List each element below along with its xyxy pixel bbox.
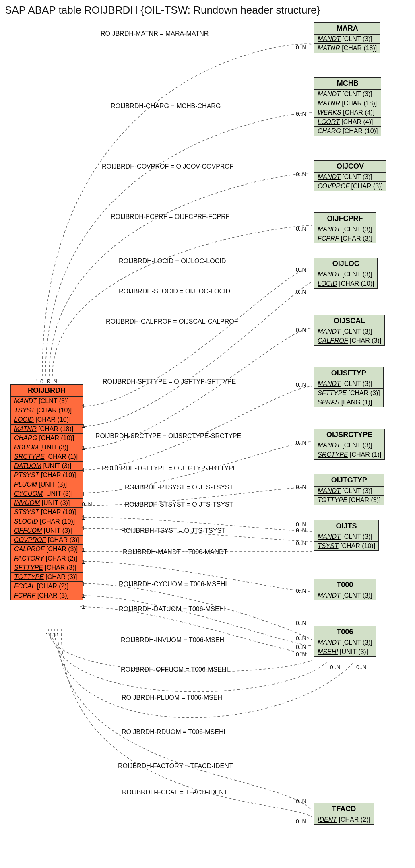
entity-header: OIJTGTYP [314,474,384,487]
cardinality: 1 [82,592,85,599]
field-row: PTSYST [CHAR (10)] [11,471,83,480]
field-row: MATNR [CHAR (18)] [314,44,380,53]
edge-label: ROIJBRDH-MATNR = MARA-MATNR [101,30,209,37]
field-row: SLOCID [CHAR (10)] [11,517,83,526]
field-row: LOCID [CHAR (10)] [314,279,377,288]
field-row: SFTTYPE [CHAR (3)] [314,389,383,398]
entity-mara: MARAMANDT [CLNT (3)]MATNR [CHAR (18)] [314,22,380,53]
field-row: TSYST [CHAR (10)] [11,406,83,415]
field-row: SPRAS [LANG (1)] [314,398,383,407]
entity-oijsrctype: OIJSRCTYPEMANDT [CLNT (3)]SRCTYPE [CHAR … [314,429,385,460]
field-row: MANDT [CLNT (3)] [314,173,386,182]
entity-header: TFACD [314,803,374,815]
cardinality: 0..N [296,644,306,650]
field-row: LGORT [CHAR (4)] [314,118,381,127]
entity-header: ROIJBRDH [11,385,83,397]
edge-label: ROIJBRDH-OFFUOM = T006-MSEHI [121,666,228,673]
entity-header: OIJSFTYP [314,367,383,379]
edge-label: ROIJBRDH-CHARG = MCHB-CHARG [111,103,221,110]
field-row: LOCID [CHAR (10)] [11,415,83,425]
field-row: COVPROF [CHAR (3)] [314,182,386,191]
cardinality: 1 [82,546,85,553]
field-row: MSEHI [UNIT (3)] [314,647,376,656]
entity-mchb: MCHBMANDT [CLNT (3)]MATNR [CHAR (18)]WER… [314,77,381,136]
entity-header: OIJSRCTYPE [314,429,384,441]
field-row: MANDT [CLNT (3)] [314,270,377,279]
field-row: STSYST [CHAR (10)] [11,508,83,517]
field-row: RDUOM [UNIT (3)] [11,443,83,452]
edge-label: ROIJBRDH-MANDT = T000-MANDT [123,548,227,556]
cardinality: 1 [82,525,85,532]
field-row: MANDT [CLNT (3)] [314,441,384,450]
field-row: MANDT [CLNT (3)] [314,638,376,647]
edge-label: ROIJBRDH-COVPROF = OIJCOV-COVPROF [102,163,234,170]
field-row: SRCTYPE [CHAR (1)] [314,450,384,459]
field-row: CALPROF [CHAR (3)] [11,545,83,554]
cardinality: 1 [54,378,58,385]
cardinality: 1 [35,378,39,385]
cardinality: 0..N [296,266,306,273]
field-row: TGTTYPE [CHAR (3)] [314,496,384,505]
field-row: PLUOM [UNIT (3)] [11,480,83,489]
field-row: WERKS [CHAR (4)] [314,108,381,118]
entity-header: T000 [314,579,376,591]
entity-t000: T000MANDT [CLNT (3)] [314,579,376,600]
entity-header: OIJFCPRF [314,213,376,225]
field-row: CHARG [CHAR (10)] [11,434,83,443]
field-row: MANDT [CLNT (3)] [314,532,378,542]
page-title: SAP ABAP table ROIJBRDH {OIL-TSW: Rundow… [5,4,320,16]
edge-label: ROIJBRDH-CALPROF = OIJSCAL-CALPROF [106,318,238,325]
cardinality: 1 [45,632,49,638]
cardinality: 0..N [296,289,306,295]
cardinality: 1 [82,423,85,429]
field-row: FACTORY [CHAR (2)] [11,554,83,563]
edge-label: ROIJBRDH-STSYST = OIJTS-TSYST [125,501,233,508]
cardinality: 0..N [296,171,306,177]
field-row: CYCUOM [UNIT (3)] [11,489,83,499]
field-row: IDENT [CHAR (2)] [314,815,374,824]
cardinality: 0..N [296,651,306,658]
cardinality: 1 [53,632,56,638]
entity-oijfcprf: OIJFCPRFMANDT [CLNT (3)]FCPRF [CHAR (3)] [314,212,376,243]
cardinality: 1 [82,403,85,410]
cardinality: 1 [82,491,85,497]
edge-label: ROIJBRDH-SRCTYPE = OIJSRCTYPE-SRCTYPE [95,433,241,440]
field-row: MATNR [CHAR (18)] [314,99,381,108]
entity-header: MARA [314,23,380,35]
edge-label: ROIJBRDH-FACTORY = TFACD-IDENT [118,763,233,770]
cardinality: 0..N [296,44,306,51]
cardinality: 0..N [296,635,306,641]
edge-label: ROIJBRDH-SFTTYPE = OIJSFTYP-SFTTYPE [103,378,236,386]
cardinality: 0..N [296,111,306,117]
cardinality: 0..N [296,381,306,388]
entity-oijtgtyp: OIJTGTYPMANDT [CLNT (3)]TGTTYPE [CHAR (3… [314,474,384,505]
edge-label: ROIJBRDH-CYCUOM = T006-MSEHI [119,581,227,588]
field-row: TSYST [CHAR (10)] [314,542,378,550]
entity-oijsftyp: OIJSFTYPMANDT [CLNT (3)]SFTTYPE [CHAR (3… [314,367,384,407]
cardinality: 0..N [82,501,92,507]
field-row: FCPRF [CHAR (3)] [314,234,376,243]
field-row: MANDT [CLNT (3)] [314,327,384,336]
cardinality: 1 [82,445,85,451]
cardinality: 0..N [330,664,341,670]
edge-label: ROIJBRDH-FCPRF = OIJFCPRF-FCPRF [111,213,230,221]
cardinality: 1 [49,632,52,638]
field-row: MANDT [CLNT (3)] [11,397,83,406]
field-row: MANDT [CLNT (3)] [314,591,376,600]
field-row: MANDT [CLNT (3)] [314,487,384,496]
field-row: CALPROF [CHAR (3)] [314,336,384,345]
field-row: SRCTYPE [CHAR (1)] [11,452,83,462]
field-row: OFFUOM [UNIT (3)] [11,526,83,536]
cardinality: 1 [56,632,60,638]
entity-roijbrdh: ROIJBRDHMANDT [CLNT (3)]TSYST [CHAR (10)… [10,384,83,600]
field-row: SFTTYPE [CHAR (3)] [11,563,83,573]
field-row: FCPRF [CHAR (3)] [11,591,83,600]
cardinality: 0..N [296,798,306,804]
field-row: FCCAL [CHAR (2)] [11,582,83,591]
cardinality: 1 [82,581,85,587]
field-row: MANDT [CLNT (3)] [314,35,380,44]
entity-header: T006 [314,626,376,638]
entity-header: OIJCOV [314,161,386,173]
edge-label: ROIJBRDH-FCCAL = TFACD-IDENT [122,789,228,796]
entity-header: OIJSCAL [314,315,384,327]
